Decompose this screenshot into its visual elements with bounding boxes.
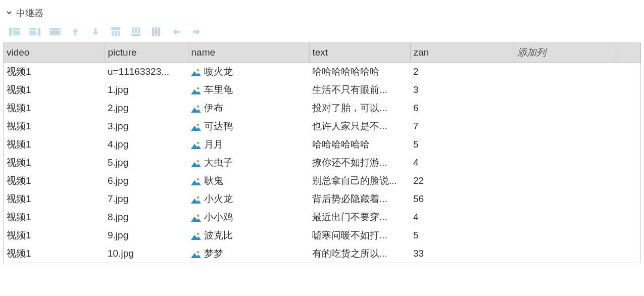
- table-row[interactable]: 视频110.jpg梦梦有的吃货之所以...33: [4, 244, 640, 263]
- cell-zan[interactable]: 5: [410, 135, 514, 154]
- cell-add[interactable]: [514, 99, 615, 117]
- cell-add[interactable]: [514, 226, 615, 244]
- table-row[interactable]: 视频17.jpg小火龙背后势必隐藏着...56: [4, 190, 640, 208]
- cell-picture[interactable]: 6.jpg: [105, 172, 188, 190]
- cell-add[interactable]: [514, 117, 615, 135]
- arrow-down-icon[interactable]: [90, 27, 101, 36]
- table-row[interactable]: 视频12.jpg伊布投对了胎，可以...6: [4, 99, 640, 117]
- col-header-name[interactable]: name: [188, 43, 309, 63]
- cell-text[interactable]: 撩你还不如打游...: [309, 154, 410, 172]
- header-row: video picture name text zan 添加列: [4, 43, 640, 63]
- cell-video[interactable]: 视频1: [4, 117, 105, 135]
- cell-name[interactable]: 大虫子: [203, 154, 309, 172]
- cell-video[interactable]: 视频1: [4, 63, 105, 81]
- cell-picture[interactable]: 4.jpg: [105, 135, 188, 154]
- cell-add[interactable]: [514, 244, 615, 263]
- cell-add[interactable]: [514, 190, 615, 208]
- cell-picture[interactable]: 1.jpg: [105, 81, 188, 99]
- insert-col-before-icon[interactable]: [110, 27, 121, 36]
- cell-zan[interactable]: 4: [410, 154, 514, 172]
- cell-picture[interactable]: 3.jpg: [105, 117, 188, 135]
- cell-picture[interactable]: 2.jpg: [105, 99, 188, 117]
- cell-zan[interactable]: 5: [410, 226, 514, 244]
- cell-text[interactable]: 最近出门不要穿...: [309, 208, 410, 226]
- cell-zan[interactable]: 2: [410, 63, 514, 81]
- cell-picture[interactable]: 5.jpg: [105, 154, 188, 172]
- table-row[interactable]: 视频13.jpg可达鸭也许人家只是不...7: [4, 117, 640, 135]
- cell-picture[interactable]: 8.jpg: [105, 208, 188, 226]
- cell-add[interactable]: [514, 208, 615, 226]
- cell-text[interactable]: 有的吃货之所以...: [309, 244, 410, 263]
- cell-video[interactable]: 视频1: [4, 190, 105, 208]
- arrow-right-icon[interactable]: [191, 27, 202, 36]
- table-row[interactable]: 视频18.jpg小小鸡最近出门不要穿...4: [4, 208, 640, 226]
- cell-video[interactable]: 视频1: [4, 99, 105, 117]
- cell-zan[interactable]: 22: [410, 172, 514, 190]
- cell-name[interactable]: 梦梦: [203, 244, 309, 263]
- cell-add[interactable]: [514, 154, 615, 172]
- cell-name[interactable]: 喷火龙: [203, 63, 309, 81]
- table-row[interactable]: 视频19.jpg波克比嘘寒问暖不如打...5: [4, 226, 640, 244]
- table-row[interactable]: 视频16.jpg耿鬼别总拿自己的脸说...22: [4, 172, 640, 190]
- delete-col-icon[interactable]: [151, 27, 162, 36]
- arrow-left-icon[interactable]: [171, 27, 182, 36]
- cell-video[interactable]: 视频1: [4, 154, 105, 172]
- cell-add[interactable]: [514, 81, 615, 99]
- delete-row-icon[interactable]: [49, 27, 61, 36]
- col-header-picture[interactable]: picture: [105, 43, 188, 63]
- cell-add[interactable]: [514, 135, 615, 154]
- cell-text[interactable]: 也许人家只是不...: [309, 117, 410, 135]
- cell-video[interactable]: 视频1: [4, 172, 105, 190]
- svg-rect-5: [29, 31, 36, 33]
- cell-picture[interactable]: 10.jpg: [105, 244, 188, 263]
- cell-add[interactable]: [514, 63, 615, 81]
- cell-zan[interactable]: 56: [410, 190, 514, 208]
- section-header[interactable]: 中继器: [0, 4, 644, 24]
- col-header-text[interactable]: text: [309, 43, 410, 63]
- cell-zan[interactable]: 3: [410, 81, 514, 99]
- insert-row-after-icon[interactable]: [29, 27, 40, 36]
- col-header-video[interactable]: video: [4, 43, 105, 63]
- col-header-zan[interactable]: zan: [410, 43, 514, 63]
- svg-point-37: [197, 124, 200, 126]
- cell-zan[interactable]: 4: [410, 208, 514, 226]
- cell-name[interactable]: 小小鸡: [203, 208, 309, 226]
- cell-name[interactable]: 小火龙: [203, 190, 309, 208]
- cell-name[interactable]: 耿鬼: [203, 172, 309, 190]
- cell-video[interactable]: 视频1: [4, 226, 105, 244]
- cell-text[interactable]: 别总拿自己的脸说...: [309, 172, 410, 190]
- cell-zan[interactable]: 6: [410, 99, 514, 117]
- svg-point-52: [197, 215, 200, 217]
- col-header-add[interactable]: 添加列: [514, 43, 615, 63]
- cell-video[interactable]: 视频1: [4, 208, 105, 226]
- cell-text[interactable]: 嘘寒问暖不如打...: [309, 226, 410, 244]
- cell-text[interactable]: 背后势必隐藏着...: [309, 190, 410, 208]
- cell-picture[interactable]: 7.jpg: [105, 190, 188, 208]
- cell-text[interactable]: 生活不只有眼前...: [309, 81, 410, 99]
- image-icon: [188, 244, 203, 263]
- table-row[interactable]: 视频14.jpg月月哈哈哈哈哈哈5: [4, 135, 640, 154]
- cell-name[interactable]: 月月: [203, 135, 309, 154]
- cell-name[interactable]: 伊布: [203, 99, 309, 117]
- cell-video[interactable]: 视频1: [4, 135, 105, 154]
- image-icon: [188, 117, 203, 135]
- cell-zan[interactable]: 33: [410, 244, 514, 263]
- table-row[interactable]: 视频1u=11163323...喷火龙哈哈哈哈哈哈哈2: [4, 63, 640, 81]
- cell-video[interactable]: 视频1: [4, 81, 105, 99]
- cell-text[interactable]: 投对了胎，可以...: [309, 99, 410, 117]
- table-row[interactable]: 视频15.jpg大虫子撩你还不如打游...4: [4, 154, 640, 172]
- insert-col-after-icon[interactable]: [130, 27, 141, 36]
- insert-row-before-icon[interactable]: [9, 27, 20, 36]
- cell-text[interactable]: 哈哈哈哈哈哈哈: [309, 63, 410, 81]
- cell-name[interactable]: 车里龟: [203, 81, 309, 99]
- cell-name[interactable]: 波克比: [203, 226, 309, 244]
- table-row[interactable]: 视频11.jpg车里龟生活不只有眼前...3: [4, 81, 640, 99]
- cell-text[interactable]: 哈哈哈哈哈哈: [309, 135, 410, 154]
- cell-name[interactable]: 可达鸭: [203, 117, 309, 135]
- cell-video[interactable]: 视频1: [4, 244, 105, 263]
- cell-picture[interactable]: 9.jpg: [105, 226, 188, 244]
- cell-picture[interactable]: u=11163323...: [105, 63, 188, 81]
- cell-add[interactable]: [514, 172, 615, 190]
- cell-zan[interactable]: 7: [410, 117, 514, 135]
- arrow-up-icon[interactable]: [70, 27, 81, 36]
